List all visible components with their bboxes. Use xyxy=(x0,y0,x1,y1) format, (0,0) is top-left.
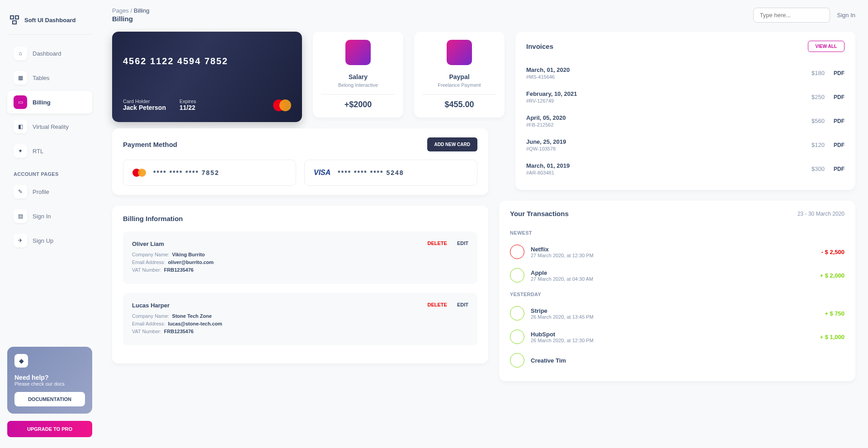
invoice-date: February, 10, 2021 xyxy=(526,90,577,97)
billing-entry: Oliver Liam Company Name:Viking Burrito … xyxy=(123,231,477,284)
divider xyxy=(422,94,496,94)
svg-rect-2 xyxy=(13,21,16,24)
nav-label: Tables xyxy=(33,75,50,81)
mini-title: Salary xyxy=(321,73,395,80)
payment-card-entry: **** **** **** 7852 xyxy=(123,160,296,186)
signin-link[interactable]: Sign In xyxy=(837,12,855,19)
nav-signin[interactable]: ▤Sign In xyxy=(7,205,92,227)
invoice-row: March, 01, 2019 #AR-803481 $300 PDF xyxy=(526,157,844,181)
invoice-id: #QW-103578 xyxy=(526,146,566,151)
mini-amount: +$2000 xyxy=(321,100,395,109)
add-card-button[interactable]: ADD NEW CARD xyxy=(427,137,477,151)
pdf-link[interactable]: PDF xyxy=(834,70,844,76)
card-icon: ▭ xyxy=(14,95,27,109)
breadcrumb-root[interactable]: Pages xyxy=(112,7,129,14)
brand[interactable]: Soft UI Dashboard xyxy=(7,11,92,35)
visa-icon: VISA xyxy=(314,169,330,177)
nav-billing[interactable]: ▭Billing xyxy=(7,91,92,113)
invoice-row: February, 10, 2021 #RV-126749 $250 PDF xyxy=(526,85,844,109)
brand-text: Soft UI Dashboard xyxy=(24,17,75,24)
transaction-name: HubSpot xyxy=(531,331,594,338)
billing-info-card: Billing Information Oliver Liam Company … xyxy=(112,206,488,363)
invoice-amount: $180 xyxy=(811,70,825,76)
transaction-row: Creative Tim xyxy=(510,349,844,372)
invoices-card: Invoices VIEW ALL March, 01, 2020 #MS-41… xyxy=(515,32,855,190)
page-title: Billing xyxy=(112,15,149,23)
billing-entry: Lucas Harper Company Name:Stone Tech Zon… xyxy=(123,293,477,345)
rtl-icon: ✦ xyxy=(14,144,27,158)
svg-rect-1 xyxy=(15,16,19,19)
transaction-row: Apple 27 March 2020, at 04:30 AM + $ 2,0… xyxy=(510,264,844,287)
invoice-date: March, 01, 2020 xyxy=(526,66,570,73)
billing-email: Email Address:oliver@burrito.com xyxy=(132,259,214,265)
edit-button[interactable]: EDIT xyxy=(457,302,468,307)
sidebar: Soft UI Dashboard ⌂Dashboard ▦Tables ▭Bi… xyxy=(0,0,99,448)
transaction-date: 26 March 2020, at 13:45 PM xyxy=(531,314,594,320)
mastercard-icon xyxy=(273,99,291,111)
divider xyxy=(321,94,395,94)
pdf-link[interactable]: PDF xyxy=(834,94,844,100)
signin-icon: ▤ xyxy=(14,209,27,223)
billing-company: Company Name:Stone Tech Zone xyxy=(132,313,222,319)
card-number: **** **** **** 5248 xyxy=(338,169,404,176)
card-holder-label: Card Holder xyxy=(123,99,166,104)
nav-heading: ACCOUNT PAGES xyxy=(7,164,92,180)
breadcrumb-current: Billing xyxy=(134,7,150,14)
invoice-row: March, 01, 2020 #MS-415646 $180 PDF xyxy=(526,61,844,85)
invoice-row: June, 25, 2019 #QW-103578 $120 PDF xyxy=(526,133,844,157)
invoice-date: June, 25, 2019 xyxy=(526,138,566,145)
transaction-date: 27 March 2020, at 04:30 AM xyxy=(531,276,593,282)
nav-label: Sign In xyxy=(33,213,51,220)
invoice-amount: $300 xyxy=(811,165,825,172)
documentation-button[interactable]: DOCUMENTATION xyxy=(14,392,85,406)
breadcrumb: Pages / Billing xyxy=(112,7,149,14)
transaction-name: Creative Tim xyxy=(531,357,566,364)
pdf-link[interactable]: PDF xyxy=(834,166,844,172)
payment-method-title: Payment Method xyxy=(123,141,177,148)
transaction-amount: + $ 750 xyxy=(825,310,844,317)
mini-amount: $455.00 xyxy=(422,100,496,109)
pdf-link[interactable]: PDF xyxy=(834,118,844,124)
vr-icon: ◧ xyxy=(14,120,27,133)
arrow-up-icon xyxy=(510,353,524,368)
delete-button[interactable]: DELETE xyxy=(428,302,447,307)
billing-title: Billing Information xyxy=(123,215,477,222)
transaction-date: 26 March 2020, at 12:30 PM xyxy=(531,338,594,343)
salary-card: Salary Belong Interactive +$2000 xyxy=(313,32,403,118)
invoice-amount: $120 xyxy=(811,141,825,148)
card-number: 4562 1122 4594 7852 xyxy=(123,56,291,66)
nav-vr[interactable]: ◧Virtual Reality xyxy=(7,115,92,138)
transaction-amount: - $ 2,500 xyxy=(821,249,844,255)
upgrade-button[interactable]: UPGRADE TO PRO xyxy=(7,421,92,437)
invoice-date: March, 01, 2019 xyxy=(526,162,570,169)
billing-email: Email Address:lucas@stone-tech.com xyxy=(132,321,222,326)
invoice-id: #RV-126749 xyxy=(526,98,577,104)
nav-label: Billing xyxy=(33,99,51,106)
nav-profile[interactable]: ✎Profile xyxy=(7,180,92,203)
nav-signup[interactable]: ✈Sign Up xyxy=(7,229,92,252)
billing-company: Company Name:Viking Burrito xyxy=(132,252,214,257)
tx-section-newest: NEWEST xyxy=(510,226,844,240)
signup-icon: ✈ xyxy=(14,234,27,247)
topbar: Pages / Billing Billing Sign In xyxy=(112,7,855,23)
nav-label: Profile xyxy=(33,189,49,195)
nav-dashboard[interactable]: ⌂Dashboard xyxy=(7,42,92,65)
search-input[interactable] xyxy=(753,8,830,23)
transaction-row: Stripe 26 March 2020, at 13:45 PM + $ 75… xyxy=(510,302,844,325)
payment-card-entry: VISA **** **** **** 5248 xyxy=(304,160,477,186)
nav-rtl[interactable]: ✦RTL xyxy=(7,140,92,162)
delete-button[interactable]: DELETE xyxy=(428,241,447,246)
nav-tables[interactable]: ▦Tables xyxy=(7,66,92,89)
transactions-range: 23 - 30 March 2020 xyxy=(797,211,844,217)
diamond-icon: ◆ xyxy=(14,354,28,368)
transaction-name: Apple xyxy=(531,269,593,276)
pdf-link[interactable]: PDF xyxy=(834,142,844,148)
invoice-id: #FB-212562 xyxy=(526,122,566,127)
invoice-date: April, 05, 2020 xyxy=(526,114,566,121)
help-card: ◆ Need help? Please check our docs DOCUM… xyxy=(7,347,92,414)
credit-card: 4562 1122 4594 7852 Card Holder Jack Pet… xyxy=(112,32,302,122)
transaction-row: HubSpot 26 March 2020, at 12:30 PM + $ 1… xyxy=(510,325,844,349)
mastercard-icon xyxy=(132,168,146,177)
view-all-button[interactable]: VIEW ALL xyxy=(808,41,844,52)
edit-button[interactable]: EDIT xyxy=(457,241,468,246)
